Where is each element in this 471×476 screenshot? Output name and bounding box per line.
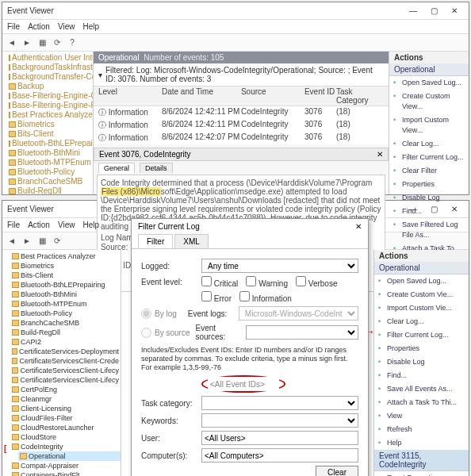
refresh-icon[interactable]: ⟳ <box>51 235 63 248</box>
menu-help[interactable]: Help <box>82 22 99 31</box>
dialog-titlebar[interactable]: Filter Current Log ✕ <box>132 219 368 234</box>
forward-icon[interactable]: ► <box>21 36 33 49</box>
tab-filter[interactable]: Filter <box>138 234 173 248</box>
minimize-button[interactable]: — <box>404 5 423 17</box>
menu-file[interactable]: File <box>7 22 20 31</box>
menu-action[interactable]: Action <box>28 22 50 31</box>
grid-row[interactable]: ⓘ Information8/6/2024 12:42:11 PMCodeInt… <box>94 119 389 132</box>
menu-view[interactable]: View <box>58 22 75 31</box>
computer-input[interactable] <box>201 448 358 463</box>
help-icon[interactable]: ? <box>66 36 78 49</box>
tree-item[interactable]: Bits-Client <box>7 129 93 139</box>
tree-item[interactable]: CertificateServicesClient-Lifecy <box>10 375 121 385</box>
tree-item[interactable]: CloudRestoreLauncher <box>10 423 121 432</box>
tree-item[interactable]: CertificateServicesClient-Lifecy <box>10 366 121 375</box>
back-icon[interactable]: ◄ <box>6 36 18 49</box>
titlebar[interactable]: Event Viewer — ▢ ✕ <box>2 2 469 20</box>
tree-item[interactable]: Bluetooth-BthMini <box>7 148 93 158</box>
tree-item[interactable]: Backup <box>7 82 93 91</box>
action-item[interactable]: Help <box>374 436 469 450</box>
menu-action[interactable]: Action <box>28 221 50 229</box>
tree-item[interactable]: CloudStore <box>10 432 121 442</box>
action-item[interactable]: Find... <box>389 205 469 218</box>
col-date[interactable]: Date and Time <box>162 87 241 105</box>
tab-general[interactable]: General <box>98 163 135 173</box>
tree-item[interactable]: CodeIntegrity <box>10 442 121 451</box>
chk-warning[interactable]: Warning <box>246 276 288 288</box>
chk-error[interactable]: Error <box>201 291 232 303</box>
tree-item[interactable]: Authentication User Interface <box>7 53 93 63</box>
keywords-select[interactable] <box>201 413 358 428</box>
grid-row[interactable]: ⓘ Information8/6/2024 12:42:11 PMCodeInt… <box>94 106 389 119</box>
tree-item[interactable]: BranchCacheSMB <box>7 177 93 186</box>
tree-item[interactable]: Build-RegDll <box>10 328 121 337</box>
action-item[interactable]: Clear Log... <box>389 137 469 151</box>
col-eventid[interactable]: Event ID <box>304 87 336 105</box>
tree-item[interactable]: BranchCacheSMB <box>10 318 121 328</box>
tree-item[interactable]: Client-Licensing <box>10 404 121 413</box>
folder-icon[interactable]: ▦ <box>36 235 48 248</box>
action-item[interactable]: Disable Log <box>374 355 469 369</box>
tree-item[interactable]: Bluetooth-BthMini <box>10 290 121 299</box>
action-item[interactable]: Refresh <box>374 423 469 436</box>
action-item[interactable]: Create Custom View... <box>389 90 469 113</box>
tree-item[interactable]: Biometrics <box>7 120 93 129</box>
tree-item[interactable]: Build-RegDll <box>7 186 93 194</box>
grid-row[interactable]: ⓘ Information8/6/2024 12:42:07 PMCodeInt… <box>94 132 389 144</box>
folder-icon[interactable]: ▦ <box>36 36 48 49</box>
tree-item[interactable]: Biometrics <box>10 261 121 271</box>
forward-icon[interactable]: ► <box>21 235 33 248</box>
close-button[interactable]: ✕ <box>445 5 464 17</box>
tree-item[interactable]: CertificateServicesClient-Crede <box>10 356 121 366</box>
refresh-icon[interactable]: ⟳ <box>51 36 63 49</box>
tree-item[interactable]: CAPI2 <box>10 337 121 347</box>
chk-verbose[interactable]: Verbose <box>296 276 337 288</box>
tree-item[interactable]: CertificateServices-Deployment <box>10 347 121 356</box>
tab-xml[interactable]: XML <box>174 234 209 248</box>
menu-file[interactable]: File <box>7 221 20 229</box>
tree-item[interactable]: BackgroundTaskInfrastructure <box>7 63 93 72</box>
action-item[interactable]: Clear Filter <box>389 164 469 178</box>
action-item[interactable]: Save All Events As... <box>374 382 469 396</box>
tree-pane[interactable]: Authentication User InterfaceBackgroundT… <box>2 52 94 194</box>
chk-information[interactable]: Information <box>239 291 292 303</box>
tree-item[interactable]: CloudFiles-Filter <box>10 413 121 423</box>
col-source[interactable]: Source <box>241 87 304 105</box>
tree-item[interactable]: Containers-BindFlt <box>10 470 121 476</box>
action-item[interactable]: Find... <box>374 369 469 382</box>
action-item[interactable]: Open Saved Log... <box>389 76 469 90</box>
tree-item[interactable]: Bluetooth-BthLEPrepairing <box>7 139 93 148</box>
action-item[interactable]: Attach a Task To Thi... <box>374 396 469 409</box>
action-item[interactable]: Create Custom Vie... <box>374 288 469 301</box>
close-icon[interactable]: ✕ <box>355 222 362 231</box>
tree-item[interactable]: Bits-Client <box>10 271 121 280</box>
back-icon[interactable]: ◄ <box>6 235 18 248</box>
col-task[interactable]: Task Category <box>336 87 384 105</box>
maximize-button[interactable]: ▢ <box>424 5 443 17</box>
tree-item[interactable]: Operational <box>18 451 121 461</box>
tree-item[interactable]: Best Practices Analyzer <box>7 110 93 120</box>
action-item[interactable]: Properties <box>374 342 469 355</box>
action-item[interactable]: Filter Current Log... <box>389 151 469 164</box>
logged-select[interactable]: Any time <box>201 259 358 273</box>
tree-item[interactable]: Compat-Appraiser <box>10 461 121 470</box>
tree-item[interactable]: Base-Filtering-Engine-Resource <box>7 101 93 110</box>
tree-item[interactable]: Bluetooth-BthLEPrepairing <box>10 280 121 290</box>
action-item[interactable]: Filter Current Log... <box>374 328 469 342</box>
action-item[interactable]: Import Custom View... <box>389 113 469 137</box>
tab-details[interactable]: Details <box>140 163 173 173</box>
tree-item[interactable]: Best Practices Analyzer <box>10 251 121 261</box>
tree-item[interactable]: Bluetooth-MTPEnum <box>7 158 93 167</box>
tree-item[interactable]: BackgroundTransfer-ContentPrefetcher <box>7 72 93 82</box>
menu-view[interactable]: View <box>58 221 75 229</box>
tree-item[interactable]: Cleanmgr <box>10 394 121 404</box>
action-item[interactable]: Event Properties <box>374 471 469 476</box>
menu-help[interactable]: Help <box>82 221 99 229</box>
action-item[interactable]: Disable Log <box>389 191 469 205</box>
action-item[interactable]: Save Filtered Log File As... <box>389 218 469 242</box>
action-item[interactable]: Clear Log... <box>374 315 469 328</box>
events-grid[interactable]: Level Date and Time Source Event ID Task… <box>94 86 389 144</box>
tree-item[interactable]: Bluetooth-Policy <box>7 167 93 177</box>
chk-critical[interactable]: Critical <box>201 276 238 288</box>
eventid-input[interactable] <box>208 377 279 391</box>
